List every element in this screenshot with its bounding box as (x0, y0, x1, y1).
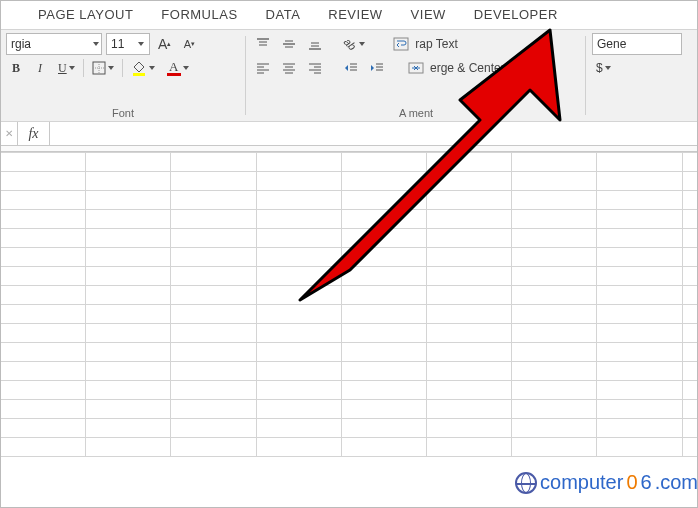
chevron-down-icon (108, 66, 114, 70)
ribbon-tabs: PAGE LAYOUT FORMULAS DATA REVIEW VIEW DE… (0, 0, 698, 30)
increase-indent-icon (370, 61, 384, 75)
group-font: A▴ A▾ B I U (0, 30, 246, 121)
font-name-combo[interactable] (6, 33, 102, 55)
ribbon: A▴ A▾ B I U (0, 30, 698, 122)
align-bottom-icon (308, 37, 322, 51)
worksheet-grid[interactable] (0, 152, 698, 457)
formula-bar-cancel: ✕ (0, 122, 18, 145)
font-name-input[interactable] (11, 37, 90, 51)
decrease-indent-icon (344, 61, 358, 75)
insert-function-button[interactable]: fx (18, 122, 50, 145)
watermark: computer06.com (515, 471, 698, 494)
grow-font-button[interactable]: A▴ (154, 33, 175, 55)
watermark-text-2: 0 (626, 471, 637, 494)
align-right-button[interactable] (304, 57, 326, 79)
align-middle-button[interactable] (278, 33, 300, 55)
tab-view[interactable]: VIEW (411, 7, 446, 22)
decrease-indent-button[interactable] (340, 57, 362, 79)
tab-review[interactable]: REVIEW (328, 7, 382, 22)
font-color-button[interactable]: A (163, 57, 193, 79)
fill-color-button[interactable] (127, 57, 159, 79)
underline-icon: U (58, 61, 67, 76)
number-format-input[interactable] (597, 37, 679, 51)
align-bottom-button[interactable] (304, 33, 326, 55)
globe-icon (515, 472, 537, 494)
wrap-text-label: rap Text (415, 37, 457, 51)
watermark-text-1: computer (540, 471, 623, 494)
wrap-text-icon (393, 36, 409, 52)
chevron-down-icon (359, 42, 365, 46)
tab-formulas[interactable]: FORMULAS (161, 7, 237, 22)
align-center-button[interactable] (278, 57, 300, 79)
group-label-font: Font (6, 105, 240, 119)
align-right-icon (308, 61, 322, 75)
increase-indent-button[interactable] (366, 57, 388, 79)
border-icon (92, 61, 106, 75)
merge-center-label: erge & Center (430, 61, 505, 75)
watermark-text-4: .com (655, 471, 698, 494)
font-size-input[interactable] (111, 37, 135, 51)
orientation-button[interactable]: ab (340, 33, 369, 55)
align-top-button[interactable] (252, 33, 274, 55)
chevron-down-icon (138, 42, 144, 46)
paint-bucket-icon (131, 60, 147, 76)
shrink-font-button[interactable]: A▾ (179, 33, 199, 55)
font-color-icon: A (169, 61, 178, 73)
svg-rect-3 (133, 73, 145, 76)
group-number: $ (586, 30, 698, 121)
cells-table[interactable] (0, 152, 698, 457)
currency-button[interactable]: $ (592, 57, 615, 79)
borders-button[interactable] (88, 57, 118, 79)
font-size-combo[interactable] (106, 33, 150, 55)
chevron-down-icon (93, 42, 99, 46)
merge-center-button[interactable]: erge & Center (402, 57, 527, 79)
chevron-down-icon (183, 66, 189, 70)
currency-icon: $ (596, 61, 603, 75)
number-format-combo[interactable] (592, 33, 682, 55)
align-left-button[interactable] (252, 57, 274, 79)
align-center-icon (282, 61, 296, 75)
formula-bar: ✕ fx (0, 122, 698, 146)
align-left-icon (256, 61, 270, 75)
group-alignment: ab rap Text (246, 30, 586, 121)
align-top-icon (256, 37, 270, 51)
formula-input[interactable] (50, 122, 698, 145)
wrap-text-button[interactable]: rap Text (387, 33, 463, 55)
chevron-down-icon (605, 66, 611, 70)
group-label-alignment: A ment (252, 105, 580, 119)
chevron-down-icon (149, 66, 155, 70)
merge-center-icon (408, 60, 424, 76)
tab-page-layout[interactable]: PAGE LAYOUT (38, 7, 133, 22)
tab-developer[interactable]: DEVELOPER (474, 7, 558, 22)
italic-button[interactable]: I (30, 57, 50, 79)
underline-button[interactable]: U (54, 57, 79, 79)
tab-data[interactable]: DATA (266, 7, 301, 22)
bold-button[interactable]: B (6, 57, 26, 79)
grow-font-icon: A (158, 36, 167, 52)
chevron-down-icon (69, 66, 75, 70)
orientation-icon: ab (342, 35, 359, 52)
watermark-text-3: 6 (641, 471, 652, 494)
chevron-down-icon (515, 66, 521, 70)
shrink-font-icon: A (184, 38, 191, 50)
align-middle-icon (282, 37, 296, 51)
